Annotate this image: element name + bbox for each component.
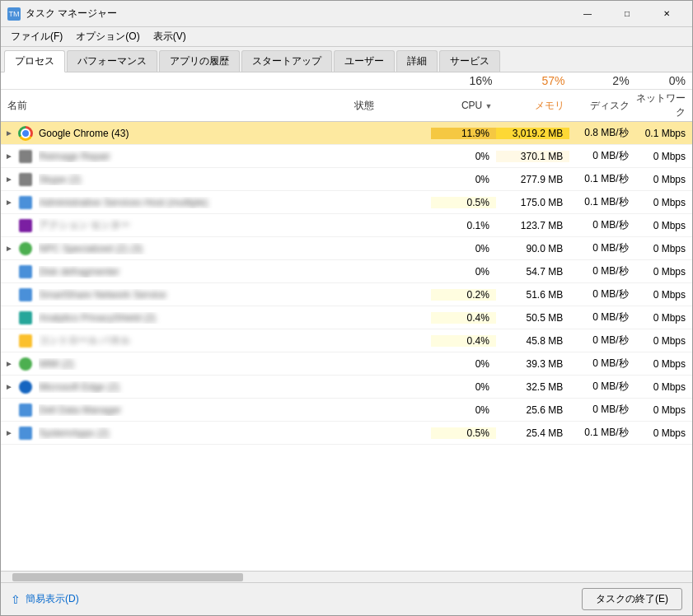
process-memory: 45.8 MB: [496, 335, 569, 347]
table-row[interactable]: ► Skype (2) 0% 277.9 MB 0.1 MB/秒 0 Mbps: [1, 168, 692, 191]
maximize-button[interactable]: □: [608, 2, 646, 26]
process-memory: 54.7 MB: [496, 266, 569, 278]
table-row[interactable]: ► Google Chrome (43) 11.9% 3,019.2 MB 0.…: [1, 122, 692, 145]
table-row[interactable]: ► アクション センター 0.1% 123.7 MB 0 MB/秒 0 Mbps: [1, 214, 692, 237]
menu-view[interactable]: 表示(V): [147, 28, 193, 45]
tab-users[interactable]: ユーザー: [334, 50, 395, 72]
process-name: Microsoft Edge (2): [39, 381, 349, 393]
tab-processes[interactable]: プロセス: [4, 50, 65, 72]
col-header-name[interactable]: 名前: [1, 99, 354, 113]
window-controls: — □ ✕: [569, 2, 686, 26]
app-icon: [19, 219, 32, 232]
h-scroll-thumb[interactable]: [12, 573, 243, 581]
table-row[interactable]: ► Reimage Repair 0% 370.1 MB 0 MB/秒 0 Mb…: [1, 145, 692, 168]
table-row[interactable]: ► Dell Data Manager 0% 25.6 MB 0 MB/秒 0 …: [1, 399, 692, 422]
process-name: NPC Specialized (2) (3): [39, 243, 349, 254]
process-list[interactable]: ► Google Chrome (43) 11.9% 3,019.2 MB 0.…: [1, 122, 692, 571]
window-title: タスク マネージャー: [26, 7, 569, 21]
process-network: 0.1 Mbps: [635, 128, 692, 139]
app-icon: [19, 404, 32, 417]
process-name: SmartShare Network Service: [39, 289, 349, 301]
table-row[interactable]: ► SmartShare Network Service 0.2% 51.6 M…: [1, 283, 692, 306]
menu-file[interactable]: ファイル(F): [4, 28, 69, 45]
process-cpu: 0%: [431, 243, 496, 254]
expand-icon[interactable]: ►: [1, 175, 17, 184]
process-disk: 0.1 MB/秒: [569, 426, 634, 440]
table-row[interactable]: ► Analytics PrivacyShield (2) 0.4% 50.5 …: [1, 306, 692, 329]
tab-services[interactable]: サービス: [439, 50, 500, 72]
end-task-button[interactable]: タスクの終了(E): [582, 588, 682, 610]
process-memory: 25.4 MB: [496, 427, 569, 439]
process-memory: 123.7 MB: [496, 220, 569, 231]
process-memory: 277.9 MB: [496, 174, 569, 185]
expand-icon[interactable]: ►: [1, 359, 17, 368]
process-network: 0 Mbps: [635, 335, 692, 347]
process-cpu: 11.9%: [431, 128, 496, 139]
table-row[interactable]: ► WMI (2) 0% 39.3 MB 0 MB/秒 0 Mbps: [1, 352, 692, 376]
expand-icon[interactable]: ►: [1, 244, 17, 253]
tab-startup[interactable]: スタートアップ: [241, 50, 332, 72]
process-icon: [17, 171, 34, 188]
process-icon: [17, 402, 34, 418]
horizontal-scrollbar[interactable]: [1, 571, 692, 582]
process-network: 0 Mbps: [635, 427, 692, 439]
table-row[interactable]: ► NPC Specialized (2) (3) 0% 90.0 MB 0 M…: [1, 237, 692, 260]
col-header-disk[interactable]: ディスク: [571, 99, 635, 113]
process-network: 0 Mbps: [635, 197, 692, 208]
process-name: Disk defragmenter: [39, 266, 349, 278]
app-icon: [19, 334, 32, 348]
minimize-button[interactable]: —: [569, 2, 606, 26]
process-icon: [17, 425, 34, 441]
process-name: Skype (2): [39, 174, 349, 185]
process-name: アクション センター: [39, 218, 349, 232]
expand-icon[interactable]: ►: [1, 382, 17, 391]
simple-view-label: 簡易表示(D): [26, 592, 79, 606]
col-header-status[interactable]: 状態: [354, 99, 434, 113]
menu-options[interactable]: オプション(O): [69, 28, 146, 45]
process-name: WMI (2): [39, 358, 349, 370]
expand-icon[interactable]: ►: [1, 428, 17, 437]
close-button[interactable]: ✕: [648, 2, 686, 26]
process-memory: 39.3 MB: [496, 358, 569, 370]
expand-icon[interactable]: ►: [1, 128, 17, 138]
process-network: 0 Mbps: [635, 289, 692, 301]
process-name: Analytics PrivacyShield (2): [39, 312, 349, 324]
app-icon: [19, 242, 32, 255]
process-cpu: 0.1%: [431, 220, 496, 231]
table-row[interactable]: ► Disk defragmenter 0% 54.7 MB 0 MB/秒 0 …: [1, 260, 692, 283]
app-icon: [19, 288, 32, 301]
process-disk: 0 MB/秒: [569, 403, 634, 417]
app-icon: [19, 265, 32, 278]
process-memory: 25.6 MB: [496, 404, 569, 416]
main-content: 16% 57% 2% 0% 名前 状態 CPU ▼ メモリ ディスク ネットワー…: [1, 72, 692, 615]
process-icon: [17, 148, 34, 165]
table-row[interactable]: ► Administrative Services Host (multiple…: [1, 191, 692, 214]
process-memory: 50.5 MB: [496, 312, 569, 324]
table-row[interactable]: ► Microsoft Edge (2) 0% 32.5 MB 0 MB/秒 0…: [1, 376, 692, 399]
process-icon: [17, 333, 34, 349]
expand-icon[interactable]: ►: [1, 198, 17, 207]
simple-view-icon: ⇧: [11, 593, 21, 606]
process-name: Reimage Repair: [39, 151, 349, 162]
process-network: 0 Mbps: [635, 220, 692, 231]
process-memory: 90.0 MB: [496, 243, 569, 254]
col-header-cpu[interactable]: CPU ▼: [434, 100, 499, 111]
menubar: ファイル(F) オプション(O) 表示(V): [1, 27, 692, 47]
process-disk: 0.8 MB/秒: [569, 126, 634, 140]
table-row[interactable]: ► コントロール パネル 0.4% 45.8 MB 0 MB/秒 0 Mbps: [1, 329, 692, 352]
tab-details[interactable]: 詳細: [396, 50, 438, 72]
col-header-memory[interactable]: メモリ: [499, 99, 572, 113]
app-icon: [19, 311, 32, 324]
expand-icon[interactable]: ►: [1, 152, 17, 161]
simple-view-button[interactable]: ⇧ 簡易表示(D): [11, 592, 79, 606]
col-header-network[interactable]: ネットワーク: [636, 91, 692, 119]
tab-performance[interactable]: パフォーマンス: [67, 50, 157, 72]
task-manager-window: TM タスク マネージャー — □ ✕ ファイル(F) オプション(O) 表示(…: [0, 0, 693, 616]
process-cpu: 0%: [431, 404, 496, 416]
process-disk: 0 MB/秒: [569, 310, 634, 324]
process-network: 0 Mbps: [635, 174, 692, 185]
process-icon: [17, 264, 34, 280]
table-row[interactable]: ► SystemApps (2) 0.5% 25.4 MB 0.1 MB/秒 0…: [1, 422, 692, 445]
process-network: 0 Mbps: [635, 243, 692, 254]
tab-app-history[interactable]: アプリの履歴: [159, 50, 240, 72]
